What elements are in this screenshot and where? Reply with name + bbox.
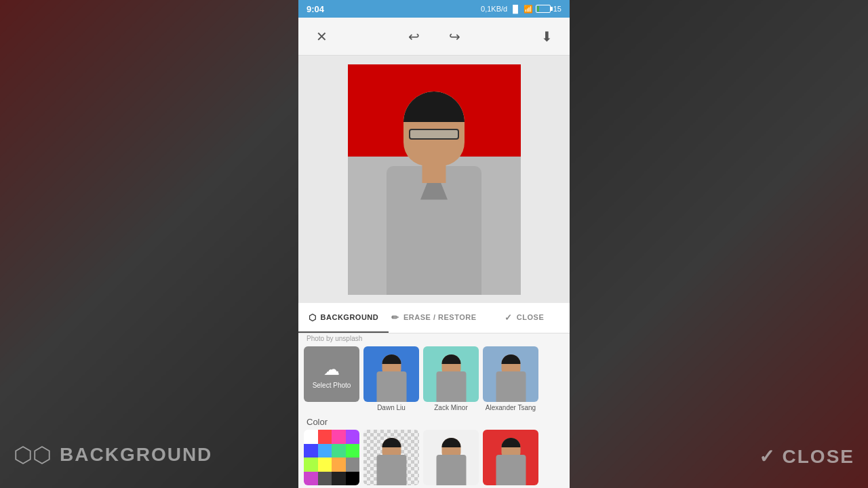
signal-text: 0,1KB/d <box>481 5 507 13</box>
layers-icon-bg: ⬡⬡ <box>14 442 52 468</box>
thumb-dawn-liu[interactable]: Dawn Liu <box>363 346 419 411</box>
download-button[interactable]: ⬇ <box>534 24 559 49</box>
cloud-upload-icon: ☁ <box>323 360 340 379</box>
swatch-red <box>318 430 332 444</box>
thumb-alexander[interactable]: Alexander Tsang <box>483 346 538 411</box>
thumbnail-row: ☁ Select Photo <box>298 344 570 414</box>
swatch-gray <box>346 458 360 472</box>
hair <box>403 92 465 122</box>
neck <box>422 163 446 183</box>
mini-hair-alexander <box>501 354 520 364</box>
mini-person-red <box>492 434 530 485</box>
select-photo-box[interactable]: ☁ Select Photo <box>304 346 359 402</box>
swatch-near-black <box>332 472 346 486</box>
close-icon: ✕ <box>316 28 328 45</box>
background-left-panel: ⬡⬡ BACKGROUND <box>0 0 298 488</box>
thumb-zack-box[interactable] <box>423 346 479 402</box>
select-photo-item[interactable]: ☁ Select Photo <box>304 346 359 411</box>
glasses <box>409 129 459 140</box>
close-button[interactable]: ✕ <box>309 24 334 49</box>
status-bar: 9:04 0,1KB/d ▐▌ 📶 15 <box>298 0 570 18</box>
swatch-white <box>304 430 318 444</box>
phone-frame: 9:04 0,1KB/d ▐▌ 📶 15 ✕ ↩ ↪ ⬇ <box>298 0 570 488</box>
mini-torso-alexander <box>496 371 526 402</box>
download-icon: ⬇ <box>541 28 553 45</box>
thumb-alexander-box[interactable] <box>483 346 538 402</box>
tab-bar: ⬡ BACKGROUND ✏ ERASE / RESTORE ✓ CLOSE <box>298 303 570 333</box>
mini-person-white <box>433 434 470 485</box>
mini-photo-zack <box>423 346 479 402</box>
mini-torso-checkered <box>376 455 406 485</box>
tab-background[interactable]: ⬡ BACKGROUND <box>298 303 389 333</box>
close-tab-icon: ✓ <box>505 312 513 323</box>
battery-percent: 15 <box>553 5 561 13</box>
torso <box>387 166 481 295</box>
erase-tab-icon: ✏ <box>391 312 399 323</box>
head <box>403 92 465 166</box>
color-swatch-grid[interactable] <box>304 430 359 485</box>
mini-photo-alexander <box>483 346 538 402</box>
undo-icon: ↩ <box>408 28 420 45</box>
photo-container <box>348 64 521 295</box>
status-icons: 0,1KB/d ▐▌ 📶 15 <box>481 5 561 14</box>
swatch-yellow <box>318 458 332 472</box>
attribution: Photo by unsplash <box>298 333 570 344</box>
tab-erase[interactable]: ✏ ERASE / RESTORE <box>389 303 479 333</box>
layers-tab-icon: ⬡ <box>309 312 317 323</box>
swatch-orange <box>332 458 346 472</box>
battery-icon <box>536 5 551 13</box>
color-red-item[interactable] <box>483 430 538 485</box>
bg-right-label1: ✓ CLOSE <box>759 445 854 468</box>
mini-person-zack <box>433 351 470 402</box>
mini-torso-white <box>436 455 466 485</box>
color-checkered-box[interactable] <box>363 430 419 485</box>
mini-photo-checkered <box>363 430 419 485</box>
swatch-purple <box>346 430 360 444</box>
tab-background-label: BACKGROUND <box>321 313 379 321</box>
swatch-magenta <box>304 472 318 486</box>
color-red-box[interactable] <box>483 430 538 485</box>
swatch-dark-gray <box>318 472 332 486</box>
bottom-panel: ⬡ BACKGROUND ✏ ERASE / RESTORE ✓ CLOSE P… <box>298 303 570 488</box>
mini-photo-red <box>483 430 538 485</box>
wifi-icon: 📶 <box>524 5 533 14</box>
mini-hair-white <box>441 438 460 447</box>
mini-photo-white <box>423 430 479 485</box>
swatch-pink <box>332 430 346 444</box>
photo-person <box>348 64 521 295</box>
mini-hair-red <box>501 438 520 447</box>
mini-hair <box>382 354 401 364</box>
signal-bars-icon: ▐▌ <box>510 5 521 13</box>
color-row <box>298 428 570 488</box>
person-silhouette <box>373 71 495 295</box>
color-checkered-item[interactable] <box>363 430 419 485</box>
mini-hair-zack <box>441 354 460 364</box>
bg-left-text: ⬡⬡ BACKGROUND <box>14 442 212 468</box>
bg-label: BACKGROUND <box>60 444 212 466</box>
color-swatch-item[interactable] <box>304 430 359 485</box>
swatch-light-blue <box>318 444 332 458</box>
undo-button[interactable]: ↩ <box>401 24 426 49</box>
mini-torso-red <box>496 455 526 485</box>
image-area <box>298 56 570 303</box>
mini-person-checkered <box>373 434 410 485</box>
tab-erase-label: ERASE / RESTORE <box>403 313 477 321</box>
mini-person-alexander <box>492 351 530 402</box>
color-white-item[interactable] <box>423 430 479 485</box>
background-right-panel: ✓ CLOSE <box>570 0 868 488</box>
mini-person-dawn <box>373 351 410 402</box>
status-time: 9:04 <box>307 4 324 14</box>
bg-right-text: ✓ CLOSE <box>759 445 854 468</box>
swatch-lime <box>304 458 318 472</box>
mini-photo-dawn <box>363 346 419 402</box>
color-white-box[interactable] <box>423 430 479 485</box>
redo-button[interactable]: ↪ <box>442 24 467 49</box>
thumb-dawn-box[interactable] <box>363 346 419 402</box>
toolbar-center: ↩ ↪ <box>401 24 467 49</box>
tab-close[interactable]: ✓ CLOSE <box>479 303 570 333</box>
swatch-black <box>346 472 360 486</box>
thumb-zack-minor[interactable]: Zack Minor <box>423 346 479 411</box>
mini-torso <box>376 371 406 402</box>
mini-torso-zack <box>436 371 466 402</box>
redo-icon: ↪ <box>449 28 460 45</box>
